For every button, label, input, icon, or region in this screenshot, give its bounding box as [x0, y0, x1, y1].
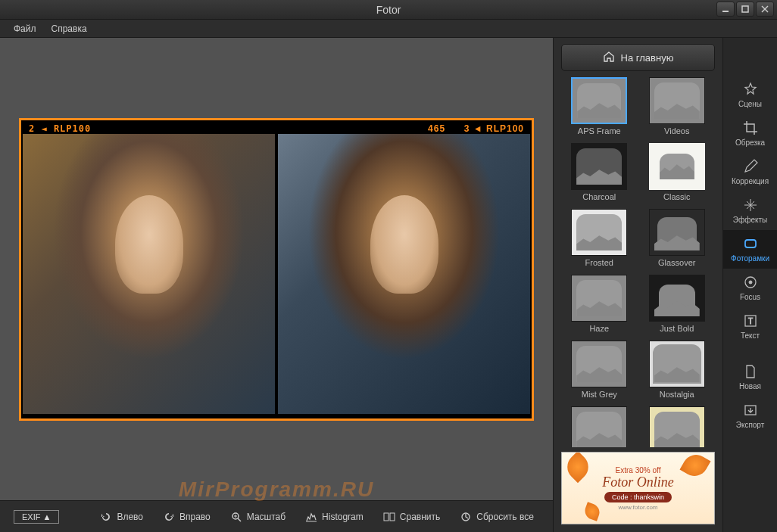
- compare-button[interactable]: Сравнить: [379, 508, 445, 526]
- frames-column: На главную APS Frame Videos Charcoal Cla…: [554, 38, 722, 532]
- ad-title: Fotor Online: [602, 474, 674, 490]
- tool-focus[interactable]: Focus: [723, 269, 777, 307]
- svg-rect-8: [384, 513, 388, 521]
- svg-rect-9: [390, 513, 395, 521]
- rotate-left-icon: [100, 511, 112, 523]
- main-area: 2 ◄ RLP100 465 3 ◄ RLP100 EXIF ▲ Влево В…: [0, 38, 777, 532]
- pencil-icon: [743, 159, 758, 174]
- maximize-button[interactable]: [736, 2, 754, 17]
- minimize-button[interactable]: [716, 2, 735, 17]
- focus-icon: [743, 275, 758, 290]
- frame-glassover[interactable]: Glassover: [642, 209, 713, 272]
- svg-line-5: [238, 518, 241, 521]
- app-title: Fotor: [376, 4, 401, 16]
- title-bar: Fotor: [0, 0, 777, 20]
- rotate-right-icon: [163, 511, 175, 523]
- tool-new[interactable]: Новая: [723, 358, 777, 397]
- ad-banner[interactable]: Extra 30% off Fotor Online Code : thanks…: [561, 452, 715, 524]
- svg-text:T: T: [747, 317, 752, 325]
- histogram-button[interactable]: Histogram: [301, 508, 368, 526]
- ad-url: www.fotor.com: [618, 504, 657, 511]
- svg-point-13: [749, 281, 752, 284]
- right-panel: На главную APS Frame Videos Charcoal Cla…: [553, 38, 777, 532]
- zoom-button[interactable]: Масштаб: [226, 508, 290, 526]
- frame-videos[interactable]: Videos: [642, 77, 713, 140]
- reset-icon: [460, 511, 472, 523]
- tool-effects[interactable]: Эффекты: [723, 191, 777, 230]
- frame-just-bold[interactable]: Just Bold: [642, 275, 713, 338]
- film-label-right: 465 3 ◄ RLP100: [428, 123, 524, 134]
- exif-button[interactable]: EXIF ▲: [14, 510, 59, 524]
- film-label-left: 2 ◄ RLP100: [29, 123, 91, 134]
- document-icon: [743, 364, 758, 379]
- menu-file[interactable]: Файл: [6, 21, 44, 36]
- tool-sidebar: Сцены Обрезка Коррекция Эффекты Фоторамк…: [722, 38, 777, 532]
- frames-grid[interactable]: APS Frame Videos Charcoal Classic Froste…: [554, 77, 722, 447]
- tool-text[interactable]: T Текст: [723, 307, 777, 346]
- photo-edited: [278, 134, 530, 414]
- frame-nostalgia[interactable]: Nostalgia: [642, 341, 713, 403]
- rotate-right-button[interactable]: Вправо: [158, 508, 215, 526]
- home-button[interactable]: На главную: [561, 44, 715, 71]
- svg-rect-1: [742, 6, 748, 12]
- window-controls: [716, 2, 774, 17]
- photo-preview: 2 ◄ RLP100 465 3 ◄ RLP100: [19, 118, 534, 421]
- histogram-icon: [305, 511, 317, 523]
- frame-frosted[interactable]: Frosted: [564, 209, 635, 272]
- frame-plain[interactable]: [564, 406, 635, 447]
- tool-frames[interactable]: Фоторамки: [723, 230, 777, 269]
- sparkle-icon: [743, 198, 758, 213]
- tool-correction[interactable]: Коррекция: [723, 153, 777, 191]
- frame-classic[interactable]: Classic: [642, 143, 713, 206]
- canvas-toolbar: EXIF ▲ Влево Вправо Масштаб Histogram Ср…: [0, 500, 553, 532]
- tool-scenes[interactable]: Сцены: [723, 76, 777, 114]
- canvas-viewport: 2 ◄ RLP100 465 3 ◄ RLP100: [0, 38, 553, 500]
- photo-original: [23, 134, 275, 414]
- tool-crop[interactable]: Обрезка: [723, 114, 777, 153]
- frame-icon: [743, 236, 758, 251]
- crop-icon: [743, 120, 758, 135]
- ad-code: Code : thankswin: [604, 492, 672, 502]
- frame-yellowish[interactable]: [642, 406, 713, 447]
- home-icon: [603, 51, 615, 65]
- close-button[interactable]: [756, 2, 774, 17]
- frame-haze[interactable]: Haze: [564, 275, 635, 338]
- tool-export[interactable]: Экспорт: [723, 397, 777, 435]
- rotate-left-button[interactable]: Влево: [95, 508, 148, 526]
- export-icon: [743, 403, 758, 418]
- svg-rect-11: [745, 240, 756, 247]
- zoom-icon: [230, 511, 242, 523]
- menu-help[interactable]: Справка: [44, 21, 95, 36]
- reset-button[interactable]: Сбросить все: [455, 508, 538, 526]
- scenes-icon: [743, 82, 758, 97]
- menu-bar: Файл Справка: [0, 20, 777, 38]
- frame-charcoal[interactable]: Charcoal: [564, 143, 635, 206]
- text-icon: T: [743, 313, 758, 328]
- canvas-area: 2 ◄ RLP100 465 3 ◄ RLP100 EXIF ▲ Влево В…: [0, 38, 553, 532]
- frame-aps[interactable]: APS Frame: [564, 77, 635, 140]
- compare-icon: [383, 511, 395, 523]
- frame-mist-grey[interactable]: Mist Grey: [564, 341, 635, 403]
- ad-extra: Extra 30% off: [616, 466, 661, 474]
